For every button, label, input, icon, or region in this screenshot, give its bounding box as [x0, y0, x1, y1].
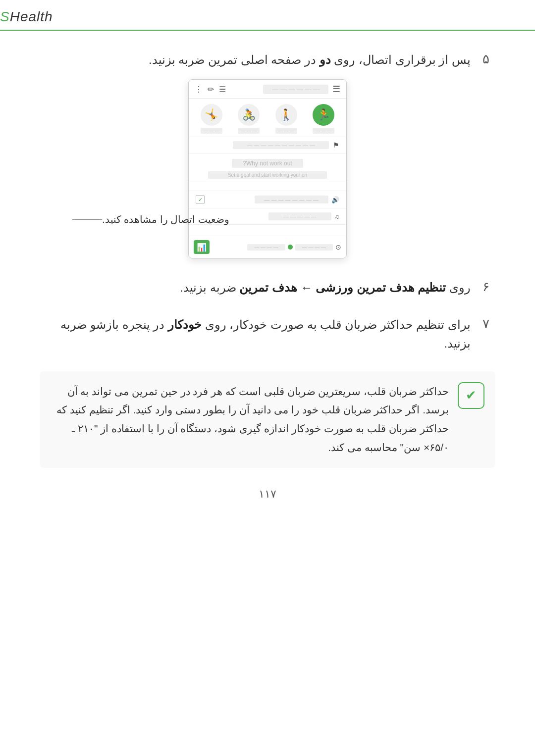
walk-icon-circle: 🚶: [275, 104, 297, 126]
step-5-area: ۵ پس از برقراری اتصال، روی دو در صفحه اص…: [40, 50, 495, 69]
checklist-label-1: — — — — — — — —: [255, 196, 328, 203]
note-text: حداکثر ضربان قلب، سریعترین ضربان قلبی اس…: [51, 382, 449, 457]
dot-label: — — — —: [247, 244, 285, 251]
step-6-item: ۶ روی تنظیم هدف تمرین ورزشی ← هدف تمرین …: [40, 278, 495, 297]
step-6-text: روی تنظیم هدف تمرین ورزشی ← هدف تمرین ضر…: [40, 278, 471, 297]
header: SHealth: [0, 0, 535, 31]
activity-other[interactable]: 🤸 — — —: [193, 104, 230, 134]
bottom-label-1: — — — —: [295, 244, 333, 251]
page-number: ۱۱۷: [40, 488, 495, 515]
edit-icon[interactable]: ✏: [208, 85, 214, 94]
activity-walk[interactable]: 🚶 — — —: [268, 104, 305, 134]
activity-run[interactable]: 🏃 — — —: [305, 104, 343, 134]
topbar-title: — — — — — —: [263, 85, 328, 94]
callout-area: وضعیت اتصال را مشاهده کنید.: [69, 213, 229, 225]
cycle-icon-circle: 🚴: [238, 104, 260, 126]
callout-text: وضعیت اتصال را مشاهده کنید.: [102, 213, 229, 225]
cycle-label: — — —: [238, 128, 260, 134]
phone-topbar-left: ☰ — — — — — —: [263, 84, 340, 95]
step-7-number: ۷: [477, 315, 495, 332]
banner-row: Why not work out? Set a goal and start w…: [189, 153, 346, 182]
callout-dash: [72, 219, 102, 220]
checklist-row-1[interactable]: 🔊 — — — — — — — — ✓: [189, 191, 346, 208]
other-icon-circle: 🤸: [201, 104, 222, 126]
run-icon-circle: 🏃: [313, 104, 334, 126]
step-7-text: برای تنظیم حداکثر ضربان قلب به صورت خودک…: [40, 315, 471, 353]
step-5-row: ۵ پس از برقراری اتصال، روی دو در صفحه اص…: [40, 50, 495, 69]
run-label: — — —: [313, 128, 334, 134]
location-icon: ⊙: [335, 243, 341, 251]
step-5-number: ۵: [477, 50, 495, 67]
audio-icon: 🔊: [331, 196, 339, 203]
phone-spacer-2: [189, 225, 346, 236]
more-icon[interactable]: ⋮: [195, 85, 203, 94]
menu-icon: ☰: [332, 84, 340, 95]
bluetooth-icon: ⚑: [333, 141, 339, 149]
banner-subtitle: Set a goal and start working your on: [208, 171, 327, 179]
activity-cycle[interactable]: 🚴 — — —: [230, 104, 268, 134]
phone-mockup-container: وضعیت اتصال را مشاهده کنید. ☰ — — — — — …: [40, 79, 495, 258]
banner-title: Why not work out?: [232, 159, 303, 168]
step-5-text: پس از برقراری اتصال، روی دو در صفحه اصلی…: [40, 50, 471, 69]
music-icon: ♫: [334, 213, 339, 220]
header-title: SHealth: [0, 9, 53, 25]
step-6-number: ۶: [477, 278, 495, 295]
chart-button[interactable]: 📊: [194, 240, 210, 254]
header-s: S: [0, 9, 10, 24]
walk-label: — — —: [275, 128, 297, 134]
phone-spacer-1: [189, 182, 346, 191]
dot-indicator: [288, 245, 293, 250]
connection-row: ⚑ — — — — — — — — — —: [189, 137, 346, 153]
checklist-checkbox-1[interactable]: ✓: [196, 195, 205, 204]
activity-row: 🏃 — — — 🚶 — — — 🚴 — — — 🤸 — — —: [189, 99, 346, 137]
phone-topbar: ☰ — — — — — — ☰ ✏ ⋮: [189, 80, 346, 99]
connection-text: — — — — — — — — — —: [233, 141, 329, 149]
note-icon: ✔: [458, 382, 484, 409]
main-content: ۵ پس از برقراری اتصال، روی دو در صفحه اص…: [0, 31, 535, 535]
phone-bottombar: ⊙ — — — — — — — — 📊: [189, 236, 346, 258]
music-label: — — — — —: [268, 212, 331, 220]
step-7-item: ۷ برای تنظیم حداکثر ضربان قلب به صورت خو…: [40, 315, 495, 353]
other-label: — — —: [201, 128, 222, 134]
checklist-left-1: 🔊 — — — — — — — —: [255, 196, 339, 203]
note-box: ✔ حداکثر ضربان قلب، سریعترین ضربان قلبی …: [40, 371, 495, 468]
list-icon[interactable]: ☰: [219, 85, 226, 94]
chart-icon: 📊: [197, 243, 207, 252]
phone-bottom-left: ⊙ — — — — — — — —: [214, 243, 341, 251]
phone-topbar-right: ☰ ✏ ⋮: [195, 85, 226, 94]
phone-mockup: ☰ — — — — — — ☰ ✏ ⋮ 🏃 — — — 🚶 — — —: [188, 79, 347, 258]
